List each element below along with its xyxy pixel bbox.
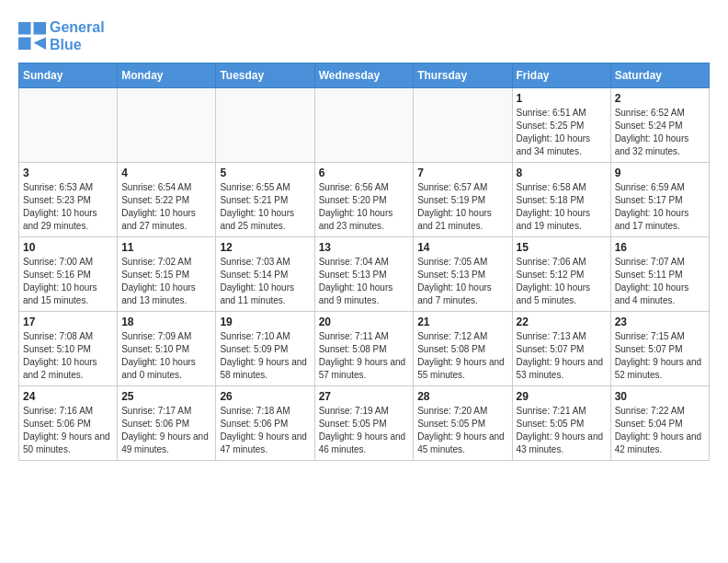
- day-number: 5: [220, 167, 310, 179]
- day-number: 7: [417, 167, 507, 179]
- calendar-cell: 23Sunrise: 7:15 AM Sunset: 5:07 PM Dayli…: [610, 312, 709, 386]
- day-detail: Sunrise: 7:13 AM Sunset: 5:07 PM Dayligh…: [517, 330, 607, 382]
- calendar-cell: 28Sunrise: 7:20 AM Sunset: 5:05 PM Dayli…: [414, 386, 512, 461]
- calendar-cell: [414, 88, 512, 163]
- day-number: 27: [319, 390, 410, 403]
- calendar-cell: 12Sunrise: 7:03 AM Sunset: 5:14 PM Dayli…: [216, 237, 314, 312]
- day-detail: Sunrise: 6:51 AM Sunset: 5:25 PM Dayligh…: [517, 107, 607, 158]
- svg-marker-3: [34, 38, 47, 51]
- day-detail: Sunrise: 7:03 AM Sunset: 5:14 PM Dayligh…: [220, 256, 310, 307]
- col-header-sunday: Sunday: [19, 63, 118, 88]
- calendar-week-1: 1Sunrise: 6:51 AM Sunset: 5:25 PM Daylig…: [19, 88, 710, 163]
- col-header-saturday: Saturday: [610, 63, 709, 88]
- calendar-cell: 27Sunrise: 7:19 AM Sunset: 5:05 PM Dayli…: [314, 386, 414, 461]
- day-number: 12: [220, 241, 310, 254]
- calendar-cell: 20Sunrise: 7:11 AM Sunset: 5:08 PM Dayli…: [314, 312, 414, 386]
- logo: General Blue: [18, 18, 105, 53]
- calendar-cell: [19, 88, 118, 163]
- header: General Blue: [18, 18, 710, 53]
- day-detail: Sunrise: 7:20 AM Sunset: 5:05 PM Dayligh…: [417, 405, 507, 456]
- svg-rect-2: [18, 38, 31, 51]
- calendar-cell: 6Sunrise: 6:56 AM Sunset: 5:20 PM Daylig…: [314, 163, 414, 237]
- day-number: 11: [121, 241, 211, 254]
- day-detail: Sunrise: 7:02 AM Sunset: 5:15 PM Dayligh…: [121, 256, 211, 307]
- day-detail: Sunrise: 7:10 AM Sunset: 5:09 PM Dayligh…: [220, 330, 310, 382]
- day-detail: Sunrise: 7:08 AM Sunset: 5:10 PM Dayligh…: [23, 330, 113, 382]
- calendar-cell: 9Sunrise: 6:59 AM Sunset: 5:17 PM Daylig…: [610, 163, 709, 237]
- day-detail: Sunrise: 6:59 AM Sunset: 5:17 PM Dayligh…: [615, 181, 705, 233]
- day-number: 1: [517, 92, 607, 105]
- calendar-cell: [314, 88, 414, 163]
- day-number: 29: [517, 390, 607, 403]
- day-number: 22: [517, 316, 607, 328]
- calendar-cell: 18Sunrise: 7:09 AM Sunset: 5:10 PM Dayli…: [118, 312, 216, 386]
- day-detail: Sunrise: 6:55 AM Sunset: 5:21 PM Dayligh…: [220, 181, 310, 233]
- day-detail: Sunrise: 7:00 AM Sunset: 5:16 PM Dayligh…: [23, 256, 113, 307]
- calendar-cell: 16Sunrise: 7:07 AM Sunset: 5:11 PM Dayli…: [610, 237, 709, 312]
- calendar-cell: 4Sunrise: 6:54 AM Sunset: 5:22 PM Daylig…: [118, 163, 216, 237]
- day-detail: Sunrise: 7:09 AM Sunset: 5:10 PM Dayligh…: [121, 330, 211, 382]
- calendar-week-4: 17Sunrise: 7:08 AM Sunset: 5:10 PM Dayli…: [19, 312, 710, 386]
- col-header-friday: Friday: [512, 63, 610, 88]
- day-number: 26: [220, 390, 310, 403]
- day-number: 16: [615, 241, 705, 254]
- calendar-cell: 30Sunrise: 7:22 AM Sunset: 5:04 PM Dayli…: [610, 386, 709, 461]
- day-detail: Sunrise: 7:15 AM Sunset: 5:07 PM Dayligh…: [615, 330, 705, 382]
- day-number: 19: [220, 316, 310, 328]
- calendar-week-5: 24Sunrise: 7:16 AM Sunset: 5:06 PM Dayli…: [19, 386, 710, 461]
- day-detail: Sunrise: 7:07 AM Sunset: 5:11 PM Dayligh…: [615, 256, 705, 307]
- day-detail: Sunrise: 6:53 AM Sunset: 5:23 PM Dayligh…: [23, 181, 113, 233]
- logo-icon: [18, 22, 46, 50]
- calendar-cell: 1Sunrise: 6:51 AM Sunset: 5:25 PM Daylig…: [512, 88, 610, 163]
- calendar-cell: 21Sunrise: 7:12 AM Sunset: 5:08 PM Dayli…: [414, 312, 512, 386]
- day-detail: Sunrise: 7:17 AM Sunset: 5:06 PM Dayligh…: [121, 405, 211, 456]
- day-detail: Sunrise: 7:19 AM Sunset: 5:05 PM Dayligh…: [319, 405, 410, 456]
- col-header-wednesday: Wednesday: [314, 63, 414, 88]
- calendar-cell: 10Sunrise: 7:00 AM Sunset: 5:16 PM Dayli…: [19, 237, 118, 312]
- day-number: 13: [319, 241, 410, 254]
- day-detail: Sunrise: 6:52 AM Sunset: 5:24 PM Dayligh…: [615, 107, 705, 158]
- svg-rect-1: [34, 22, 47, 35]
- calendar-cell: 25Sunrise: 7:17 AM Sunset: 5:06 PM Dayli…: [118, 386, 216, 461]
- day-number: 25: [121, 390, 211, 403]
- day-detail: Sunrise: 6:58 AM Sunset: 5:18 PM Dayligh…: [517, 181, 607, 233]
- day-number: 15: [517, 241, 607, 254]
- day-number: 9: [615, 167, 705, 179]
- day-detail: Sunrise: 6:57 AM Sunset: 5:19 PM Dayligh…: [417, 181, 507, 233]
- calendar-cell: 8Sunrise: 6:58 AM Sunset: 5:18 PM Daylig…: [512, 163, 610, 237]
- day-number: 28: [417, 390, 507, 403]
- day-number: 30: [615, 390, 705, 403]
- calendar-cell: 7Sunrise: 6:57 AM Sunset: 5:19 PM Daylig…: [414, 163, 512, 237]
- day-detail: Sunrise: 7:21 AM Sunset: 5:05 PM Dayligh…: [517, 405, 607, 456]
- day-number: 17: [23, 316, 113, 328]
- calendar-cell: 24Sunrise: 7:16 AM Sunset: 5:06 PM Dayli…: [19, 386, 118, 461]
- day-number: 4: [121, 167, 211, 179]
- calendar-cell: 19Sunrise: 7:10 AM Sunset: 5:09 PM Dayli…: [216, 312, 314, 386]
- calendar-cell: 2Sunrise: 6:52 AM Sunset: 5:24 PM Daylig…: [610, 88, 709, 163]
- calendar-cell: 14Sunrise: 7:05 AM Sunset: 5:13 PM Dayli…: [414, 237, 512, 312]
- day-number: 20: [319, 316, 410, 328]
- calendar-header-row: SundayMondayTuesdayWednesdayThursdayFrid…: [19, 63, 710, 88]
- logo-text: General Blue: [50, 18, 105, 53]
- svg-rect-0: [18, 22, 31, 35]
- calendar-cell: 26Sunrise: 7:18 AM Sunset: 5:06 PM Dayli…: [216, 386, 314, 461]
- day-detail: Sunrise: 7:12 AM Sunset: 5:08 PM Dayligh…: [417, 330, 507, 382]
- calendar-cell: 15Sunrise: 7:06 AM Sunset: 5:12 PM Dayli…: [512, 237, 610, 312]
- day-number: 14: [417, 241, 507, 254]
- col-header-thursday: Thursday: [414, 63, 512, 88]
- day-number: 3: [23, 167, 113, 179]
- day-detail: Sunrise: 7:06 AM Sunset: 5:12 PM Dayligh…: [517, 256, 607, 307]
- day-detail: Sunrise: 7:18 AM Sunset: 5:06 PM Dayligh…: [220, 405, 310, 456]
- day-number: 21: [417, 316, 507, 328]
- day-detail: Sunrise: 6:54 AM Sunset: 5:22 PM Dayligh…: [121, 181, 211, 233]
- calendar: SundayMondayTuesdayWednesdayThursdayFrid…: [18, 63, 710, 461]
- day-detail: Sunrise: 7:22 AM Sunset: 5:04 PM Dayligh…: [615, 405, 705, 456]
- day-number: 10: [23, 241, 113, 254]
- calendar-cell: 17Sunrise: 7:08 AM Sunset: 5:10 PM Dayli…: [19, 312, 118, 386]
- day-number: 2: [615, 92, 705, 105]
- day-number: 24: [23, 390, 113, 403]
- day-detail: Sunrise: 7:16 AM Sunset: 5:06 PM Dayligh…: [23, 405, 113, 456]
- calendar-cell: 22Sunrise: 7:13 AM Sunset: 5:07 PM Dayli…: [512, 312, 610, 386]
- calendar-week-3: 10Sunrise: 7:00 AM Sunset: 5:16 PM Dayli…: [19, 237, 710, 312]
- calendar-week-2: 3Sunrise: 6:53 AM Sunset: 5:23 PM Daylig…: [19, 163, 710, 237]
